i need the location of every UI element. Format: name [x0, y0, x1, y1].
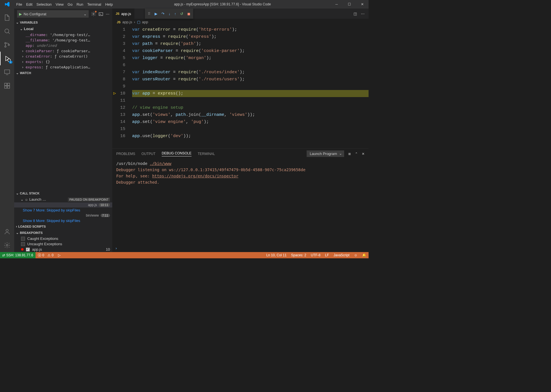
bp-caught-exceptions[interactable]: Caught Exceptions	[14, 236, 112, 241]
chevron-down-icon: ⌄	[84, 12, 87, 16]
warning-icon: ⚠	[47, 253, 51, 257]
editor-area: JS app.js ⠿ ▶ ↷ ↓ ↑ ↺ ◼ ◫ ⋯ JS app.js › …	[112, 9, 369, 252]
drag-handle-icon[interactable]: ⠿	[148, 12, 151, 16]
bug-icon: ☼	[25, 197, 28, 202]
status-encoding[interactable]: UTF-8	[309, 253, 323, 257]
debug-config-select[interactable]: ▶ No Configurat ⌄	[17, 10, 89, 18]
menu-run[interactable]: Run	[74, 2, 85, 7]
debug-config-label: No Configurat	[24, 12, 84, 16]
notifications-icon[interactable]: 🔔	[360, 253, 369, 257]
run-debug-icon[interactable]: 1	[0, 52, 14, 65]
tab-app-js[interactable]: JS app.js	[112, 9, 134, 19]
more-actions-icon[interactable]: ⋯	[361, 12, 365, 16]
menu-view[interactable]: View	[54, 2, 66, 7]
paused-badge: PAUSED ON BREAKPOINT	[68, 198, 110, 202]
svg-rect-5	[5, 70, 10, 74]
status-language[interactable]: JavaScript	[331, 253, 352, 257]
continue-icon[interactable]: ▶	[155, 12, 157, 16]
breakpoint-dot-icon	[21, 248, 24, 251]
variables-header[interactable]: ⌄VARIABLES	[14, 19, 112, 26]
variable-row[interactable]: ›exports: {}	[14, 59, 112, 64]
svg-point-10	[6, 229, 8, 232]
status-indent[interactable]: Spaces: 2	[289, 253, 308, 257]
maximize-icon[interactable]: ☐	[343, 2, 356, 6]
checkbox-icon[interactable]	[21, 237, 25, 241]
settings-gear-icon[interactable]	[0, 238, 14, 252]
variable-row[interactable]: __dirname: '/home/greg-test/…	[14, 32, 112, 37]
variable-row[interactable]: ›express: ƒ createApplication…	[14, 64, 112, 70]
status-cursor[interactable]: Ln 10, Col 11	[264, 253, 289, 257]
callstack-skip-link[interactable]: Show 8 More: Skipped by skipFiles	[14, 218, 112, 223]
debug-config-gear-icon[interactable]	[91, 11, 96, 16]
status-bar: ⇄SSH: 138.91.77.6 ⓧ0 ⚠0 ▷ Ln 10, Col 11 …	[0, 252, 369, 258]
variable-row[interactable]: __filename: '/home/greg-test…	[14, 37, 112, 43]
watch-header[interactable]: ⌄WATCH	[14, 70, 112, 76]
close-icon[interactable]: ✕	[356, 2, 369, 6]
stop-icon[interactable]: ◼	[187, 12, 190, 16]
panel-tab-problems[interactable]: PROBLEMS	[116, 152, 135, 156]
debug-alt-icon: ▷	[58, 253, 61, 257]
accounts-icon[interactable]	[0, 225, 14, 238]
checkbox-icon[interactable]	[26, 248, 30, 251]
play-icon: ▶	[19, 12, 22, 16]
remote-explorer-icon[interactable]	[0, 65, 14, 79]
callstack-header[interactable]: ⌄CALL STACK	[14, 190, 112, 196]
panel-maximize-icon[interactable]: ⌃	[355, 152, 358, 156]
step-into-icon[interactable]: ↓	[169, 12, 171, 16]
debug-toolbar[interactable]: ⠿ ▶ ↷ ↓ ↑ ↺ ◼	[145, 9, 193, 19]
bp-file[interactable]: app.js 10	[14, 247, 112, 252]
panel-tab-terminal[interactable]: TERMINAL	[198, 152, 215, 156]
svg-rect-7	[5, 86, 7, 88]
menu-help[interactable]: Help	[103, 2, 115, 7]
source-control-icon[interactable]	[0, 38, 14, 52]
menu-file[interactable]: File	[14, 2, 24, 7]
variables-scope-local[interactable]: ⌄Local	[14, 26, 112, 32]
status-problems[interactable]: ⓧ0 ⚠0	[36, 253, 56, 258]
more-icon[interactable]: ⋯	[106, 12, 109, 16]
split-editor-icon[interactable]: ◫	[354, 12, 357, 16]
menu-edit[interactable]: Edit	[24, 2, 34, 7]
extensions-icon[interactable]	[0, 79, 14, 93]
bp-uncaught-exceptions[interactable]: Uncaught Exceptions	[14, 241, 112, 247]
variable-row[interactable]: app: undefined	[14, 43, 112, 48]
callstack-frame[interactable]: app.js10:11	[14, 202, 112, 207]
debug-session-select[interactable]: Launch Program	[307, 150, 344, 157]
breadcrumb[interactable]: JS app.js › ▢ app	[112, 19, 369, 25]
minimize-icon[interactable]: ─	[330, 2, 343, 6]
filter-icon[interactable]: ≣	[348, 152, 351, 156]
debug-console-input[interactable]: ›	[112, 246, 369, 252]
panel-tab-debug-console[interactable]: DEBUG CONSOLE	[162, 151, 192, 156]
explorer-icon[interactable]	[0, 11, 14, 24]
step-over-icon[interactable]: ↷	[161, 12, 165, 16]
callstack-session[interactable]: ⌄ ☼ Launch … PAUSED ON BREAKPOINT	[14, 196, 112, 202]
feedback-icon[interactable]: ☺	[352, 253, 360, 257]
callstack-frame[interactable]: bin/www7:11	[14, 213, 112, 218]
variable-row[interactable]: ›createError: ƒ createError()	[14, 54, 112, 59]
menu-terminal[interactable]: Terminal	[85, 2, 103, 7]
menu-selection[interactable]: Selection	[34, 2, 53, 7]
panel-tab-output[interactable]: OUTPUT	[142, 152, 155, 156]
menu-go[interactable]: Go	[66, 2, 74, 7]
titlebar: FileEditSelectionViewGoRunTerminalHelp a…	[0, 0, 369, 9]
search-icon[interactable]	[0, 24, 14, 38]
checkbox-icon[interactable]	[21, 242, 25, 246]
editor-tabs: JS app.js ⠿ ▶ ↷ ↓ ↑ ↺ ◼ ◫ ⋯	[112, 9, 369, 19]
svg-rect-8	[7, 86, 10, 88]
variable-row[interactable]: ›cookieParser: ƒ cookieParser…	[14, 48, 112, 54]
breakpoints-header[interactable]: ⌄BREAKPOINTS	[14, 230, 112, 236]
step-out-icon[interactable]: ↑	[174, 12, 176, 16]
activity-bar: 1	[0, 9, 14, 252]
restart-icon[interactable]: ↺	[180, 12, 183, 16]
loaded-scripts-header[interactable]: ›LOADED SCRIPTS	[14, 223, 112, 230]
status-debug[interactable]: ▷	[56, 253, 63, 257]
debug-console-output[interactable]: /usr/bin/node ./bin/wwwDebugger listenin…	[112, 159, 369, 246]
vscode-logo-icon	[0, 2, 14, 7]
remote-indicator[interactable]: ⇄SSH: 138.91.77.6	[0, 252, 36, 258]
callstack-skip-link[interactable]: Show 7 More: Skipped by skipFiles	[14, 207, 112, 213]
code-editor[interactable]: 123456789▷10111213141516 var createError…	[112, 25, 369, 148]
panel-close-icon[interactable]: ✕	[362, 152, 365, 156]
remote-icon: ⇄	[2, 253, 5, 257]
debug-console-icon[interactable]	[98, 11, 103, 16]
status-eol[interactable]: LF	[323, 253, 331, 257]
svg-point-0	[5, 29, 9, 33]
